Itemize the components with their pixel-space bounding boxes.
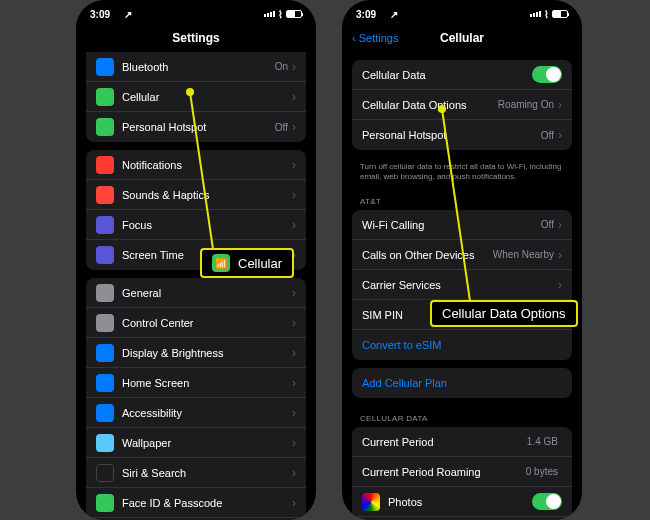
chevron-icon: ›	[292, 90, 296, 104]
focus-icon	[96, 216, 114, 234]
settings-row[interactable]: Current Period1.4 GB	[352, 427, 572, 457]
row-value: On	[275, 61, 288, 72]
chevron-icon: ›	[292, 466, 296, 480]
settings-row[interactable]: Add Cellular Plan	[352, 368, 572, 398]
chevron-icon: ›	[292, 316, 296, 330]
home-icon	[96, 374, 114, 392]
notch	[412, 0, 512, 16]
chevron-icon: ›	[558, 278, 562, 292]
sounds-icon	[96, 186, 114, 204]
row-label: Current Period Roaming	[362, 466, 526, 478]
settings-row[interactable]: Current Period Roaming0 bytes	[352, 457, 572, 487]
settings-row[interactable]: BluetoothOn›	[86, 52, 306, 82]
siri-icon	[96, 464, 114, 482]
settings-row[interactable]: Home Screen›	[86, 368, 306, 398]
signal-icon	[264, 11, 275, 17]
back-button[interactable]: ‹ Settings	[352, 32, 398, 44]
status-time: 3:09	[356, 9, 376, 20]
settings-row[interactable]: Face ID & Passcode›	[86, 488, 306, 518]
battery-icon	[286, 10, 302, 18]
row-value: When Nearby	[493, 249, 554, 260]
callout-label: Cellular Data Options	[442, 306, 566, 321]
wifi-icon: ⌇	[544, 9, 549, 20]
row-label: Current Period	[362, 436, 527, 448]
nav-bar: Settings	[76, 24, 316, 52]
chevron-icon: ›	[292, 218, 296, 232]
general-icon	[96, 284, 114, 302]
display-icon	[96, 344, 114, 362]
chevron-icon: ›	[558, 128, 562, 142]
settings-row[interactable]: Display & Brightness›	[86, 338, 306, 368]
settings-row[interactable]: General›	[86, 278, 306, 308]
row-label: Wallpaper	[122, 437, 292, 449]
chevron-icon: ›	[292, 436, 296, 450]
toggle-switch[interactable]	[532, 66, 562, 83]
battery-icon	[552, 10, 568, 18]
chevron-icon: ›	[558, 218, 562, 232]
settings-row[interactable]: Photos	[352, 487, 572, 517]
status-loc: ↗	[124, 9, 132, 20]
callout-cellular: 📶 Cellular	[200, 248, 294, 278]
stage: 3:09 ↗ ⌇ Settings BluetoothOn›Cellular›P…	[0, 0, 650, 520]
photos-icon	[362, 493, 380, 511]
chevron-icon: ›	[292, 376, 296, 390]
settings-row[interactable]: Convert to eSIM	[352, 330, 572, 360]
nav-bar: ‹ Settings Cellular	[342, 24, 582, 52]
row-value: Off	[541, 130, 554, 141]
row-value: 0 bytes	[526, 466, 558, 477]
callout-label: Cellular	[238, 256, 282, 271]
callout-data-options: Cellular Data Options	[430, 300, 578, 327]
row-label: Accessibility	[122, 407, 292, 419]
settings-row[interactable]: Wallpaper›	[86, 428, 306, 458]
chevron-icon: ›	[558, 98, 562, 112]
screentime-icon	[96, 246, 114, 264]
row-value: 1.4 GB	[527, 436, 558, 447]
group-general: General›Control Center›Display & Brightn…	[86, 278, 306, 520]
row-value: Off	[275, 122, 288, 133]
access-icon	[96, 404, 114, 422]
settings-row[interactable]: Accessibility›	[86, 398, 306, 428]
chevron-icon: ›	[558, 248, 562, 262]
toggle-switch[interactable]	[532, 493, 562, 510]
row-label: Siri & Search	[122, 467, 292, 479]
row-label: Convert to eSIM	[362, 339, 562, 351]
row-value: Roaming On	[498, 99, 554, 110]
status-loc: ↗	[390, 9, 398, 20]
chevron-icon: ›	[292, 120, 296, 134]
cellular-icon	[96, 88, 114, 106]
arrow-line	[438, 105, 478, 305]
settings-row[interactable]: Siri & Search›	[86, 458, 306, 488]
group-usage: Current Period1.4 GBCurrent Period Roami…	[352, 427, 572, 520]
chevron-icon: ›	[292, 188, 296, 202]
notif-icon	[96, 156, 114, 174]
status-right: ⌇	[264, 9, 302, 20]
chevron-icon: ›	[292, 496, 296, 510]
notch	[146, 0, 246, 16]
chevron-icon: ›	[292, 60, 296, 74]
settings-row[interactable]: Cellular Data	[352, 60, 572, 90]
wall-icon	[96, 434, 114, 452]
arrow-line	[186, 88, 226, 260]
group-addplan: Add Cellular Plan	[352, 368, 572, 398]
section-header: CELLULAR DATA	[342, 406, 582, 425]
faceid-icon	[96, 494, 114, 512]
chevron-icon: ›	[292, 346, 296, 360]
chevron-icon: ›	[292, 286, 296, 300]
chevron-icon: ›	[292, 406, 296, 420]
row-label: General	[122, 287, 292, 299]
page-title: Cellular	[440, 31, 484, 45]
row-label: Bluetooth	[122, 61, 275, 73]
settings-row[interactable]: Control Center›	[86, 308, 306, 338]
status-time: 3:09	[90, 9, 110, 20]
signal-icon	[530, 11, 541, 17]
page-title: Settings	[172, 31, 219, 45]
hotspot-icon	[96, 118, 114, 136]
row-label: Control Center	[122, 317, 292, 329]
row-label: Add Cellular Plan	[362, 377, 562, 389]
svg-line-1	[442, 109, 470, 301]
row-label: Photos	[388, 496, 532, 508]
row-value: Off	[541, 219, 554, 230]
svg-line-0	[190, 92, 214, 256]
chevron-icon: ›	[292, 158, 296, 172]
status-right: ⌇	[530, 9, 568, 20]
